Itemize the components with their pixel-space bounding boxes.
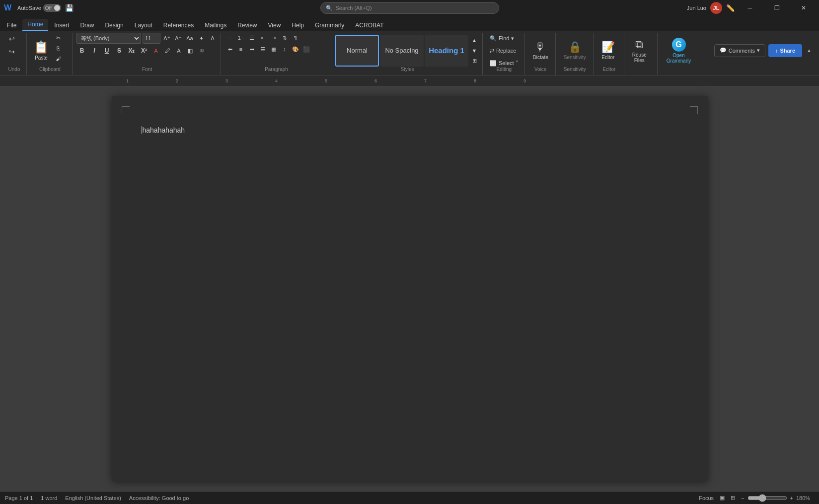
tab-design[interactable]: Design [100,20,128,31]
styles-scroll-buttons: ▲ ▼ ⊞ [469,35,479,66]
bold-button[interactable]: B [76,45,87,56]
comments-button[interactable]: 💬 Comments ▾ [714,44,765,57]
sort-button[interactable]: ⇅ [280,33,290,43]
style-normal[interactable]: Normal [335,35,379,67]
close-button[interactable]: ✕ [792,0,815,16]
bullets-button[interactable]: ≡ [225,33,235,43]
font-size-increase-button[interactable]: A⁺ [162,33,172,43]
align-center-button[interactable]: ≡ [236,44,246,54]
styles-scroll-down[interactable]: ▼ [469,46,479,56]
styles-expand[interactable]: ⊞ [469,56,479,66]
justify-button[interactable]: ☰ [258,44,268,54]
tab-grammarly[interactable]: Grammarly [310,20,349,31]
autosave-toggle[interactable]: Off [43,4,61,12]
phonetic-guide-button[interactable]: ≋ [197,46,207,56]
style-heading1-label: Heading 1 [429,46,464,55]
font-color-button[interactable]: A [151,46,161,56]
reuse-files-label: Reuse Files [632,52,647,63]
style-no-spacing[interactable]: No Spacing [380,35,424,67]
replace-button[interactable]: ⇄ Replace [487,45,521,56]
redo-button[interactable]: ↪ [5,46,19,58]
document-area[interactable]: hahahahahah [0,86,819,491]
find-dropdown[interactable]: ▾ [511,35,514,42]
zoom-slider[interactable] [747,494,787,502]
open-grammarly-button[interactable]: G Open Grammarly [662,33,696,75]
tab-home[interactable]: Home [22,19,48,31]
multilevel-list-button[interactable]: ☰ [247,33,257,43]
character-shading-button[interactable]: ◧ [185,46,195,56]
sensitivity-label: Sensitivity [564,55,586,60]
accessibility-status: Accessibility: Good to go [129,495,189,501]
tab-review[interactable]: Review [232,20,262,31]
strikethrough-button[interactable]: S [114,45,125,56]
save-icon[interactable]: 💾 [65,4,74,12]
font-row1: 等线 (Body) A⁺ A⁻ Aa ✦ A [76,33,218,44]
zoom-in-button[interactable]: + [790,495,793,501]
document-text[interactable]: hahahahahah [143,126,185,134]
ribbon-expand-button[interactable]: ▲ [805,47,813,55]
paragraph-group-label: Paragraph [222,67,331,72]
style-heading1[interactable]: Heading 1 [425,35,468,67]
tab-file[interactable]: File [2,20,21,31]
tab-help[interactable]: Help [287,20,309,31]
text-effects-button[interactable]: A [208,33,218,43]
font-size-input[interactable] [143,33,160,44]
column-button[interactable]: ▦ [269,44,279,54]
zoom-level[interactable]: 180% [796,495,814,501]
user-avatar[interactable]: JL [710,2,722,14]
format-painter-button[interactable]: 🖌 [53,54,64,64]
document-content[interactable]: hahahahahah [142,126,678,275]
tab-acrobat[interactable]: ACROBAT [350,20,388,31]
cursor-line [142,126,142,134]
restore-button[interactable]: ❐ [765,0,788,16]
tab-insert[interactable]: Insert [49,20,74,31]
line-spacing-button[interactable]: ↕ [280,44,290,54]
view-single-button[interactable]: ▣ [720,495,725,501]
show-formatting-button[interactable]: ¶ [291,33,300,43]
change-case-button[interactable]: Aa [185,33,195,43]
document-page[interactable]: hahahahahah [112,96,708,481]
subscript-button[interactable]: X₂ [126,45,137,56]
dictate-label: Dictate [533,55,548,60]
zoom-out-button[interactable]: − [741,495,744,501]
clear-formatting-button[interactable]: ✦ [196,33,206,43]
sensitivity-group-label: Sensitivity [557,67,593,72]
align-left-button[interactable]: ⬅ [225,44,235,54]
para-row1: ≡ 1≡ ☰ ⇤ ⇥ ⇅ ¶ [225,33,311,43]
text-color-button[interactable]: A [174,46,184,56]
undo-button[interactable]: ↩ [5,33,19,45]
paste-button[interactable]: 📋 Paste [31,33,52,68]
superscript-button[interactable]: X² [139,45,149,56]
para-controls: ≡ 1≡ ☰ ⇤ ⇥ ⇅ ¶ ⬅ ≡ ➡ ☰ ▦ ↕ 🎨 ⬛ [225,33,311,61]
focus-button[interactable]: Focus [699,495,714,501]
share-button[interactable]: ↑ Share [768,44,802,57]
align-right-button[interactable]: ➡ [247,44,257,54]
styles-scroll-up[interactable]: ▲ [469,35,479,45]
tab-view[interactable]: View [263,20,286,31]
find-button[interactable]: 🔍 Find ▾ [487,33,521,44]
tab-references[interactable]: References [158,20,199,31]
reuse-files-button[interactable]: ⧉ Reuse Files [628,33,651,75]
underline-button[interactable]: U [101,45,112,56]
search-box[interactable]: 🔍 Search (Alt+Q) [320,2,499,14]
font-size-decrease-button[interactable]: A⁻ [173,33,183,43]
italic-button[interactable]: I [89,45,100,56]
font-family-select[interactable]: 等线 (Body) [76,33,141,44]
pen-icon[interactable]: ✏️ [726,4,735,12]
tab-draw[interactable]: Draw [75,20,99,31]
cut-button[interactable]: ✂ [53,33,64,43]
decrease-indent-button[interactable]: ⇤ [258,33,268,43]
copy-button[interactable]: ⎘ [53,43,64,53]
highlight-color-button[interactable]: 🖊 [162,46,172,56]
numbering-button[interactable]: 1≡ [236,33,246,43]
word-count: 1 word [41,495,57,501]
increase-indent-button[interactable]: ⇥ [269,33,279,43]
tab-mailings[interactable]: Mailings [200,20,231,31]
shading-button[interactable]: 🎨 [291,44,300,54]
svg-text:4: 4 [275,78,278,83]
minimize-button[interactable]: ─ [739,0,761,16]
tab-layout[interactable]: Layout [130,20,157,31]
borders-button[interactable]: ⬛ [301,44,311,54]
comments-dropdown[interactable]: ▾ [757,47,760,54]
view-multi-button[interactable]: ⊞ [731,495,735,501]
